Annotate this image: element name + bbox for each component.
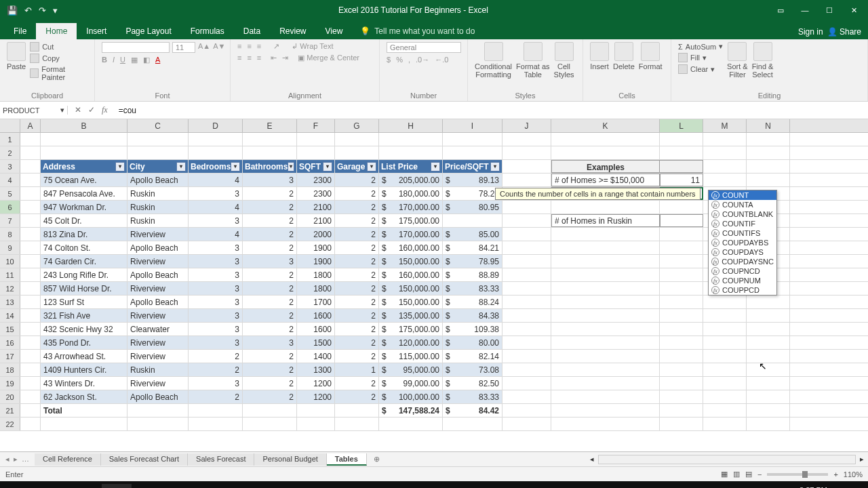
table-cell[interactable]: 3: [189, 255, 243, 268]
table-cell[interactable]: 3: [189, 296, 243, 308]
clear-button[interactable]: Clear ▾: [678, 64, 723, 74]
table-cell[interactable]: Apollo Beach: [127, 296, 189, 308]
sort-filter-button[interactable]: Sort & Filter: [727, 42, 748, 79]
zoom-in-icon[interactable]: +: [833, 470, 837, 479]
formula-autocomplete[interactable]: fxCOUNTfxCOUNTAfxCOUNTBLANKfxCOUNTIFfxCO…: [708, 190, 777, 296]
table-cell[interactable]: Riverview: [127, 309, 189, 322]
table-cell[interactable]: Ruskin: [127, 214, 189, 227]
underline-button[interactable]: U: [120, 56, 125, 64]
row-header-16[interactable]: 16: [0, 336, 20, 349]
autocomplete-item-countifs[interactable]: fxCOUNTIFS: [709, 228, 776, 238]
table-cell[interactable]: $170,000.00: [379, 201, 443, 214]
table-cell[interactable]: 1500: [297, 336, 335, 349]
notifications-icon[interactable]: 💬: [834, 484, 864, 488]
cut-button[interactable]: Cut: [30, 42, 87, 52]
align-top-icon[interactable]: ≡: [237, 42, 241, 51]
table-cell[interactable]: 3: [189, 336, 243, 349]
table-cell[interactable]: Riverview: [127, 336, 189, 349]
table-cell[interactable]: 1900: [297, 255, 335, 268]
table-cell[interactable]: 123 Surf St: [41, 296, 127, 308]
table-cell[interactable]: 2100: [297, 214, 335, 227]
taskbar-powerpoint[interactable]: P: [199, 484, 229, 488]
filter-dropdown-icon[interactable]: ▾: [115, 162, 125, 171]
table-cell[interactable]: 2: [243, 282, 297, 295]
qat-dropdown-icon[interactable]: ▾: [53, 5, 58, 16]
merge-center-button[interactable]: ▣ Merge & Center: [298, 54, 359, 62]
table-cell[interactable]: $84.38: [443, 309, 502, 322]
table-cell[interactable]: 2000: [297, 228, 335, 241]
save-icon[interactable]: 💾: [7, 5, 18, 16]
table-cell[interactable]: 2: [335, 377, 379, 390]
table-cell[interactable]: 2100: [297, 201, 335, 214]
tab-insert[interactable]: Insert: [77, 23, 116, 39]
example-value[interactable]: 11: [660, 174, 703, 186]
row-header-2[interactable]: 2: [0, 146, 20, 159]
table-cell[interactable]: 1600: [297, 309, 335, 322]
example-label[interactable]: # of Homes >= $150,000: [551, 174, 660, 186]
table-cell[interactable]: 2: [243, 350, 297, 363]
table-cell[interactable]: 2: [243, 187, 297, 200]
page-break-view-icon[interactable]: ▤: [745, 470, 752, 479]
sheet-nav-next-icon[interactable]: ▸: [14, 455, 18, 464]
table-cell[interactable]: 2: [243, 241, 297, 254]
col-header-J[interactable]: J: [502, 119, 551, 132]
autocomplete-item-counta[interactable]: fxCOUNTA: [709, 200, 776, 209]
table-cell[interactable]: 1: [335, 363, 379, 376]
table-cell[interactable]: Riverview: [127, 255, 189, 268]
sheet-tab-sales-forecast-chart[interactable]: Sales Forecast Chart: [101, 453, 188, 466]
bold-button[interactable]: B: [102, 56, 107, 64]
taskbar-onenote[interactable]: N: [134, 484, 164, 488]
filter-dropdown-icon[interactable]: ▾: [176, 162, 186, 171]
table-cell[interactable]: 2: [335, 282, 379, 295]
cell-styles-button[interactable]: Cell Styles: [554, 42, 574, 79]
total-label[interactable]: Total: [41, 404, 127, 417]
table-cell[interactable]: 1400: [297, 350, 335, 363]
table-cell[interactable]: 2: [243, 296, 297, 308]
sheet-tab-sales-forecast[interactable]: Sales Forecast: [188, 453, 254, 466]
font-size-combo[interactable]: 11: [172, 42, 195, 53]
col-header-N[interactable]: N: [747, 119, 790, 132]
filter-dropdown-icon[interactable]: ▾: [431, 162, 440, 171]
table-cell[interactable]: $83.33: [443, 282, 502, 295]
table-cell[interactable]: 2: [335, 201, 379, 214]
taskbar-word[interactable]: W: [232, 484, 262, 488]
orientation-icon[interactable]: ↗: [273, 42, 279, 51]
table-cell[interactable]: 4: [189, 201, 243, 214]
table-cell[interactable]: 2: [243, 201, 297, 214]
sheet-tab-cell-reference[interactable]: Cell Reference: [35, 453, 101, 466]
table-cell[interactable]: 4: [189, 228, 243, 241]
table-header-bedrooms[interactable]: Bedrooms▾: [189, 160, 243, 173]
maximize-icon[interactable]: ☐: [818, 2, 841, 18]
table-cell[interactable]: Ruskin: [127, 201, 189, 214]
row-header-20[interactable]: 20: [0, 390, 20, 403]
share-button[interactable]: 👤 Share: [827, 27, 861, 37]
table-cell[interactable]: 2300: [297, 174, 335, 186]
table-cell[interactable]: $150,000.00: [379, 282, 443, 295]
table-cell[interactable]: Riverview: [127, 350, 189, 363]
increase-decimal-icon[interactable]: .0→: [416, 56, 429, 64]
table-header-city[interactable]: City▾: [127, 160, 189, 173]
table-cell[interactable]: 74 Garden Cir.: [41, 255, 127, 268]
row-header-21[interactable]: 21: [0, 404, 20, 417]
table-cell[interactable]: 1800: [297, 282, 335, 295]
zoom-level[interactable]: 110%: [844, 470, 863, 479]
table-cell[interactable]: 947 Workman Dr.: [41, 201, 127, 214]
table-cell[interactable]: $109.38: [443, 323, 502, 336]
row-header-8[interactable]: 8: [0, 228, 20, 241]
row-header-17[interactable]: 17: [0, 350, 20, 363]
table-header-sqft[interactable]: SQFT▾: [297, 160, 335, 173]
table-cell[interactable]: $180,000.00: [379, 187, 443, 200]
filter-dropdown-icon[interactable]: ▾: [231, 162, 240, 171]
wrap-text-button[interactable]: ↲ Wrap Text: [292, 42, 333, 51]
table-cell[interactable]: 813 Zina Dr.: [41, 228, 127, 241]
table-cell[interactable]: $160,000.00: [379, 268, 443, 281]
decrease-decimal-icon[interactable]: ←.0: [435, 56, 448, 64]
table-cell[interactable]: $175,000.00: [379, 323, 443, 336]
table-cell[interactable]: $88.89: [443, 268, 502, 281]
new-sheet-button[interactable]: ⊕: [367, 455, 387, 464]
table-cell[interactable]: 2: [335, 241, 379, 254]
find-select-button[interactable]: Find & Select: [752, 42, 774, 79]
name-box[interactable]: PRODUCT▾: [0, 106, 68, 115]
table-cell[interactable]: 2: [335, 174, 379, 186]
formula-bar-input[interactable]: =cou: [115, 106, 868, 115]
